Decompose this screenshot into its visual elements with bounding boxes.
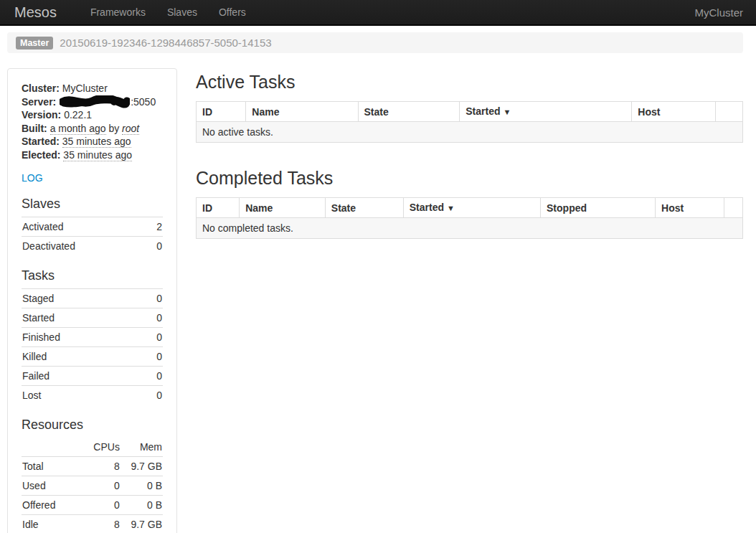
version-value: 0.22.1: [64, 109, 92, 121]
active-tasks-empty-row: No active tasks.: [197, 122, 743, 143]
slaves-stat-table: Activated 2 Deactivated 0: [22, 217, 163, 255]
stat-value: 0: [141, 386, 163, 405]
completed-tasks-title: Completed Tasks: [196, 167, 743, 189]
stat-value-cpus: 0: [78, 496, 121, 515]
column-header-actions: [715, 102, 742, 122]
stat-value: 0: [141, 308, 163, 328]
column-header-started[interactable]: Started▼: [403, 198, 540, 218]
version-info-line: Version: 0.22.1: [22, 108, 163, 122]
stat-label: Activated: [22, 217, 146, 237]
server-label: Server:: [22, 96, 56, 108]
column-header-state[interactable]: State: [325, 198, 403, 218]
stat-value: 2: [146, 217, 163, 237]
stat-label: Lost: [22, 386, 141, 405]
stat-value: 0: [141, 367, 163, 386]
stat-value: 0: [141, 347, 163, 367]
started-value: 35 minutes ago: [62, 136, 131, 148]
navbar-brand-mesos[interactable]: Mesos: [9, 0, 62, 25]
tasks-stat-table: Staged 0 Started 0 Finished 0 Killed 0: [22, 288, 163, 405]
column-header-started-label: Started: [466, 105, 500, 117]
stat-label: Used: [22, 476, 78, 496]
column-header-id[interactable]: ID: [197, 198, 240, 218]
stat-value: 0: [141, 328, 163, 347]
stat-label: Total: [22, 457, 78, 476]
built-user: root: [122, 123, 139, 135]
stat-value: 0: [141, 289, 163, 308]
stat-label: Idle: [22, 515, 78, 533]
completed-tasks-table: ID Name State Started▼ Stopped Host No c…: [196, 197, 743, 239]
cluster-label: Cluster:: [22, 82, 60, 94]
navbar: Mesos Frameworks Slaves Offers MyCluster: [0, 0, 756, 26]
log-link[interactable]: LOG: [22, 172, 43, 184]
resources-row-total: Total 8 9.7 GB: [22, 457, 163, 476]
column-header-id[interactable]: ID: [197, 102, 246, 122]
sort-desc-icon: ▼: [447, 204, 455, 212]
resources-row-idle: Idle 8 9.7 GB: [22, 515, 163, 533]
server-port: :5050: [131, 96, 156, 108]
elected-info-line: Elected: 35 minutes ago: [22, 148, 163, 162]
column-header-name[interactable]: Name: [246, 102, 358, 122]
resources-blank-header: [22, 438, 78, 457]
main-content: Active Tasks ID Name State Started▼ Host: [196, 68, 743, 239]
version-label: Version:: [22, 109, 61, 121]
nav-item-slaves[interactable]: Slaves: [156, 0, 208, 24]
resources-table: CPUs Mem Total 8 9.7 GB Used 0 0 B: [22, 438, 163, 533]
tasks-row-killed: Killed 0: [22, 347, 163, 367]
built-label: Built:: [22, 123, 47, 134]
cluster-value: MyCluster: [62, 82, 108, 94]
stat-value-mem: 9.7 GB: [121, 515, 163, 533]
column-header-stopped[interactable]: Stopped: [541, 198, 656, 218]
tasks-section-title: Tasks: [22, 268, 163, 283]
navbar-cluster-name: MyCluster: [694, 6, 743, 19]
active-tasks-header-row: ID Name State Started▼ Host: [197, 102, 743, 122]
column-header-host[interactable]: Host: [632, 102, 716, 122]
column-header-started[interactable]: Started▼: [460, 102, 632, 122]
sort-desc-icon: ▼: [503, 108, 511, 116]
active-tasks-title: Active Tasks: [196, 71, 743, 93]
column-header-name[interactable]: Name: [240, 198, 326, 218]
nav-item-offers[interactable]: Offers: [208, 0, 257, 24]
stat-label: Finished: [22, 328, 141, 347]
slaves-section-title: Slaves: [22, 196, 163, 212]
stat-value-mem: 0 B: [121, 496, 163, 515]
tasks-row-staged: Staged 0: [22, 289, 163, 308]
cluster-info-line: Cluster: MyCluster: [22, 82, 163, 95]
stat-label: Deactivated: [22, 237, 146, 256]
slaves-row-activated: Activated 2: [22, 217, 163, 237]
resources-header-row: CPUs Mem: [22, 438, 163, 457]
built-by-word: by: [108, 123, 119, 134]
resources-row-offered: Offered 0 0 B: [22, 496, 163, 515]
tasks-row-finished: Finished 0: [22, 328, 163, 347]
sidebar-panel: Cluster: MyCluster Server: :5050 Version…: [7, 68, 177, 533]
stat-value-cpus: 0: [78, 476, 121, 496]
column-header-started-label: Started: [410, 202, 444, 213]
completed-tasks-header-row: ID Name State Started▼ Stopped Host: [197, 198, 743, 218]
completed-tasks-empty-row: No completed tasks.: [197, 218, 743, 239]
slaves-row-deactivated: Deactivated 0: [22, 237, 163, 256]
nav-item-frameworks[interactable]: Frameworks: [80, 0, 156, 24]
built-info-line: Built: a month ago by root: [22, 122, 163, 136]
stat-value: 0: [146, 237, 163, 256]
stat-label: Offered: [22, 496, 78, 515]
stat-value-cpus: 8: [78, 515, 121, 533]
resources-section-title: Resources: [22, 417, 163, 433]
started-label: Started:: [22, 136, 60, 147]
stat-label: Started: [22, 308, 141, 328]
master-id: 20150619-192346-1298446857-5050-14153: [60, 37, 271, 49]
resources-mem-header: Mem: [121, 438, 163, 457]
column-header-host[interactable]: Host: [656, 198, 724, 218]
stat-value-mem: 9.7 GB: [121, 457, 163, 476]
built-value: a month ago: [50, 123, 106, 135]
master-badge: Master: [16, 37, 53, 49]
tasks-row-lost: Lost 0: [22, 386, 163, 405]
page-container: Master 20150619-192346-1298446857-5050-1…: [0, 32, 756, 533]
redaction-scribble: [60, 95, 130, 108]
column-header-state[interactable]: State: [358, 102, 460, 122]
completed-tasks-empty-message: No completed tasks.: [197, 218, 743, 239]
column-header-actions: [724, 198, 743, 218]
tasks-row-failed: Failed 0: [22, 367, 163, 386]
stat-label: Staged: [22, 289, 141, 308]
elected-label: Elected:: [22, 149, 60, 161]
resources-row-used: Used 0 0 B: [22, 476, 163, 496]
breadcrumb: Master 20150619-192346-1298446857-5050-1…: [7, 32, 743, 53]
